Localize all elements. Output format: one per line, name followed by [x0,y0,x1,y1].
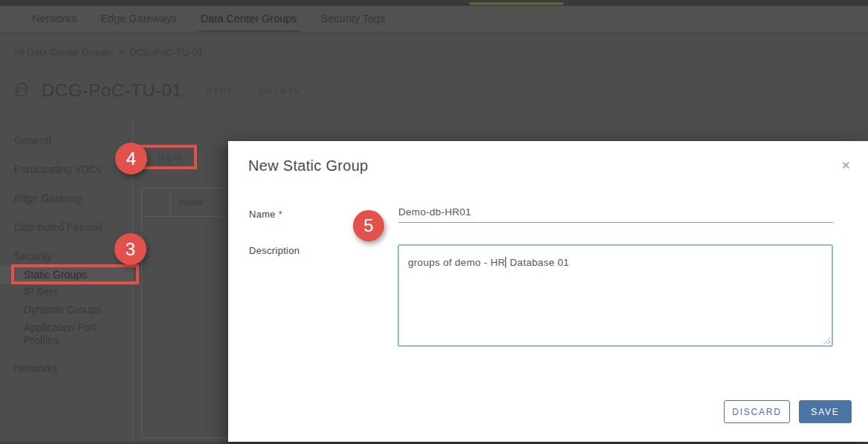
breadcrumb-parent-link[interactable]: All Data Center Groups [13,47,113,58]
tab-data-center-groups[interactable]: Data Center Groups [199,6,299,33]
sidebar-item-ip-sets[interactable]: IP Sets [24,286,57,298]
description-textarea[interactable]: groups of demo - HR Database 01 [398,244,833,347]
annotation-box-static-groups [11,264,139,284]
text-cursor [505,257,506,268]
textarea-resize-handle[interactable] [823,336,830,344]
breadcrumb: All Data Center Groups>DCG-PoC-TU-01 [13,47,203,58]
tab-networks[interactable]: Networks [30,6,78,33]
sidebar-section-networks[interactable]: Networks [14,362,57,374]
new-static-group-modal: New Static Group ✕ Name* Demo-db-HR01 De… [228,141,868,442]
save-button[interactable]: SAVE [799,400,852,423]
delete-button[interactable]: DELETE [259,86,302,95]
table-header-row: Name [142,189,237,217]
network-tabbar: Networks Edge Gateways Data Center Group… [0,6,868,33]
page-title: DCG-PoC-TU-01 [42,80,182,101]
annotation-step-4: 4 [115,143,147,174]
name-input[interactable]: Demo-db-HR01 [398,206,833,223]
tab-edge-gateways[interactable]: Edge Gateways [99,6,178,33]
data-center-group-clouds-icon [13,81,36,100]
sidebar-item-participating-vdcs[interactable]: Participating VDCs [14,163,102,175]
sidebar-item-application-port-profiles[interactable]: Application Port Profiles [24,321,128,347]
table-column-name[interactable]: Name [179,197,204,208]
table-column-separator [170,192,171,213]
required-asterisk: * [279,209,282,220]
header-accent-bar [470,2,563,5]
breadcrumb-separator: > [118,47,124,58]
discard-button[interactable]: DISCARD [724,400,790,423]
sidebar-item-edge-gateway[interactable]: Edge Gateway [14,192,82,204]
name-field-label: Name* [249,209,282,220]
sidebar-section-security[interactable]: Security [14,250,52,262]
annotation-step-5: 5 [353,210,384,241]
description-text-after-cursor: Database 01 [507,257,569,268]
sidebar-item-dynamic-groups[interactable]: Dynamic Groups [24,304,101,316]
description-field-label: Description [249,245,299,256]
static-groups-table: Name [141,188,238,438]
sidebar-item-general[interactable]: General [14,134,51,146]
sidebar-item-distributed-firewall[interactable]: Distributed Firewall [14,221,103,233]
annotation-step-3: 3 [114,233,146,265]
sync-button[interactable]: SYNC [206,86,236,95]
description-text-before-cursor: groups of demo - HR [408,257,505,268]
tab-security-tags[interactable]: Security Tags [320,6,387,33]
modal-title: New Static Group [248,157,369,174]
page-title-row: DCG-PoC-TU-01 SYNC DELETE [13,80,302,101]
close-icon[interactable]: ✕ [841,159,851,172]
breadcrumb-current: DCG-PoC-TU-01 [129,47,203,58]
